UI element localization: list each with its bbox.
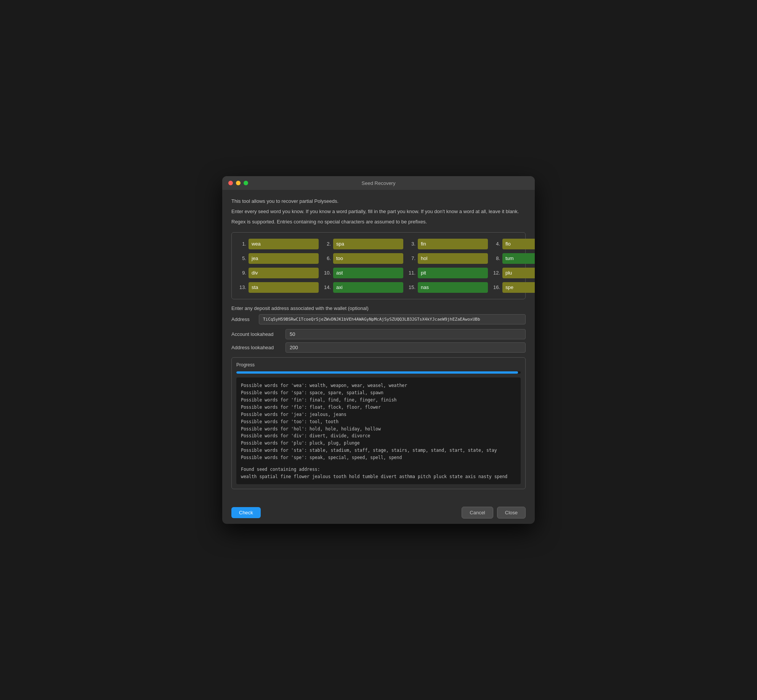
seed-input-11[interactable] [418, 268, 488, 278]
address-lookahead-input[interactable] [285, 342, 526, 353]
maximize-button-traffic[interactable] [244, 181, 248, 185]
description-1: This tool allows you to recover partial … [231, 197, 526, 206]
seed-row: 2. [322, 239, 403, 249]
seed-row: 13. [238, 282, 319, 293]
seed-input-10[interactable] [333, 268, 403, 278]
progress-section: Progress Possible words for 'wea': wealt… [231, 357, 526, 489]
seed-row: 14. [322, 282, 403, 293]
close-button-traffic[interactable] [228, 181, 233, 185]
main-content: This tool allows you to recover partial … [222, 190, 535, 501]
seed-row: 8. [492, 253, 535, 264]
seed-number: 14. [322, 284, 331, 290]
seed-input-15[interactable] [418, 282, 488, 293]
seed-row: 10. [322, 268, 403, 278]
seed-row: 1. [238, 239, 319, 249]
seed-input-7[interactable] [418, 253, 488, 264]
main-window: Seed Recovery This tool allows you to re… [222, 176, 535, 523]
description-2: Enter every seed word you know. If you k… [231, 208, 526, 216]
found-label: Found seed containing address: [241, 466, 516, 473]
log-line: Possible words for 'too': tool, tooth [241, 418, 516, 425]
titlebar: Seed Recovery [222, 176, 535, 190]
check-button[interactable]: Check [231, 507, 261, 518]
seed-number: 15. [407, 284, 415, 290]
seed-row: 9. [238, 268, 319, 278]
seed-row: 6. [322, 253, 403, 264]
seed-row: 15. [407, 282, 488, 293]
seed-input-4[interactable] [502, 239, 535, 249]
seed-input-12[interactable] [502, 268, 535, 278]
seed-number: 4. [492, 241, 500, 247]
seed-row: 11. [407, 268, 488, 278]
seed-input-5[interactable] [249, 253, 319, 264]
seed-number: 5. [238, 255, 246, 261]
log-line: Possible words for 'div': divert, divide… [241, 432, 516, 440]
address-lookahead-row: Address lookahead [231, 342, 526, 353]
log-line: Possible words for 'spe': speak, special… [241, 454, 516, 461]
seed-number: 9. [238, 270, 246, 276]
seed-row: 4. [492, 239, 535, 249]
seed-row: 3. [407, 239, 488, 249]
address-section: Enter any deposit address associated wit… [231, 305, 526, 324]
seed-input-16[interactable] [502, 282, 535, 293]
minimize-button-traffic[interactable] [236, 181, 241, 185]
seed-number: 6. [322, 255, 331, 261]
seed-number: 3. [407, 241, 415, 247]
account-lookahead-input[interactable] [285, 329, 526, 339]
seed-input-8[interactable] [502, 253, 535, 264]
traffic-lights [228, 181, 248, 185]
log-line: Possible words for 'sta': stable, stadiu… [241, 447, 516, 454]
seed-input-2[interactable] [333, 239, 403, 249]
progress-bar-track [236, 371, 521, 374]
seed-grid-container: 1.2.3.4.5.6.7.8.9.10.11.12.13.14.15.16. [231, 232, 526, 299]
found-seed: wealth spatial fine flower jealous tooth… [241, 473, 516, 480]
account-lookahead-row: Account lookahead [231, 329, 526, 339]
seed-row: 5. [238, 253, 319, 264]
log-line: Possible words for 'spa': space, spare, … [241, 389, 516, 397]
seed-number: 1. [238, 241, 246, 247]
seed-input-14[interactable] [333, 282, 403, 293]
log-line: Possible words for 'hol': hold, hole, ho… [241, 425, 516, 433]
address-field-label: Address [231, 316, 254, 322]
log-line: Possible words for 'wea': wealth, weapon… [241, 382, 516, 389]
seed-input-6[interactable] [333, 253, 403, 264]
seed-number: 8. [492, 255, 500, 261]
seed-row: 12. [492, 268, 535, 278]
progress-log[interactable]: Possible words for 'wea': wealth, weapon… [236, 377, 521, 484]
cancel-button[interactable]: Cancel [462, 507, 493, 519]
window-title: Seed Recovery [362, 180, 396, 186]
seed-number: 11. [407, 270, 415, 276]
seed-input-1[interactable] [249, 239, 319, 249]
seed-grid: 1.2.3.4.5.6.7.8.9.10.11.12.13.14.15.16. [238, 239, 519, 293]
account-lookahead-label: Account lookahead [231, 331, 281, 337]
close-button[interactable]: Close [497, 507, 526, 519]
log-line: Possible words for 'jea': jealous, jeans [241, 411, 516, 418]
log-line: Possible words for 'plu': pluck, plug, p… [241, 440, 516, 447]
seed-row: 7. [407, 253, 488, 264]
progress-bar-fill [236, 371, 518, 374]
log-line: Possible words for 'fin': final, find, f… [241, 397, 516, 404]
address-lookahead-label: Address lookahead [231, 345, 281, 350]
address-input[interactable] [259, 314, 526, 324]
seed-number: 10. [322, 270, 331, 276]
footer: Check Cancel Close [222, 501, 535, 524]
seed-number: 7. [407, 255, 415, 261]
seed-number: 2. [322, 241, 331, 247]
log-line: Possible words for 'flo': float, flock, … [241, 404, 516, 411]
seed-row: 16. [492, 282, 535, 293]
seed-input-9[interactable] [249, 268, 319, 278]
progress-label: Progress [236, 362, 521, 368]
seed-input-3[interactable] [418, 239, 488, 249]
seed-number: 13. [238, 284, 246, 290]
description-3: Regex is supported. Entries containing n… [231, 218, 526, 226]
seed-number: 16. [492, 284, 500, 290]
seed-input-13[interactable] [249, 282, 319, 293]
seed-number: 12. [492, 270, 500, 276]
footer-right: Cancel Close [462, 507, 526, 519]
address-section-label: Enter any deposit address associated wit… [231, 305, 526, 311]
address-row: Address [231, 314, 526, 324]
